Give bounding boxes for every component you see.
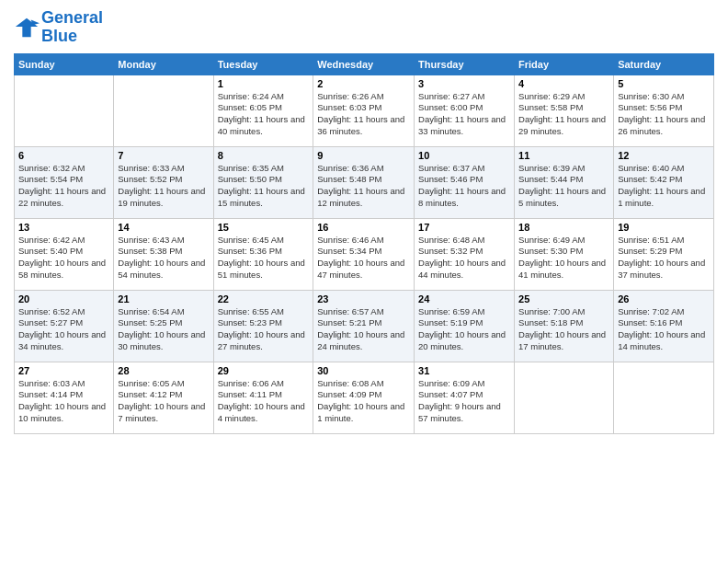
day-info: Sunrise: 6:35 AM Sunset: 5:50 PM Dayligh… <box>218 163 310 210</box>
day-info: Sunrise: 6:45 AM Sunset: 5:36 PM Dayligh… <box>218 235 310 282</box>
calendar-cell: 18Sunrise: 6:49 AM Sunset: 5:30 PM Dayli… <box>515 218 614 290</box>
logo: General Blue <box>14 9 103 46</box>
calendar-week-row: 20Sunrise: 6:52 AM Sunset: 5:27 PM Dayli… <box>15 290 714 362</box>
calendar-cell: 26Sunrise: 7:02 AM Sunset: 5:16 PM Dayli… <box>614 290 714 362</box>
day-info: Sunrise: 6:08 AM Sunset: 4:09 PM Dayligh… <box>317 378 410 425</box>
calendar-cell: 6Sunrise: 6:32 AM Sunset: 5:54 PM Daylig… <box>15 146 114 218</box>
day-info: Sunrise: 6:37 AM Sunset: 5:46 PM Dayligh… <box>418 163 510 210</box>
day-info: Sunrise: 7:02 AM Sunset: 5:16 PM Dayligh… <box>618 306 710 353</box>
calendar-cell: 22Sunrise: 6:55 AM Sunset: 5:23 PM Dayli… <box>213 290 313 362</box>
day-number: 12 <box>618 150 710 161</box>
calendar-cell: 27Sunrise: 6:03 AM Sunset: 4:14 PM Dayli… <box>15 362 114 433</box>
day-number: 22 <box>218 293 310 304</box>
calendar-cell: 3Sunrise: 6:27 AM Sunset: 6:00 PM Daylig… <box>415 75 515 146</box>
calendar-cell: 2Sunrise: 6:26 AM Sunset: 6:03 PM Daylig… <box>313 75 415 146</box>
day-info: Sunrise: 6:40 AM Sunset: 5:42 PM Dayligh… <box>618 163 710 210</box>
day-number: 19 <box>618 222 710 233</box>
header: General Blue <box>14 9 714 46</box>
col-header-monday: Monday <box>114 53 213 75</box>
calendar-week-row: 6Sunrise: 6:32 AM Sunset: 5:54 PM Daylig… <box>15 146 714 218</box>
calendar-cell: 20Sunrise: 6:52 AM Sunset: 5:27 PM Dayli… <box>15 290 114 362</box>
calendar-cell: 31Sunrise: 6:09 AM Sunset: 4:07 PM Dayli… <box>415 362 515 433</box>
col-header-wednesday: Wednesday <box>313 53 415 75</box>
calendar-cell: 11Sunrise: 6:39 AM Sunset: 5:44 PM Dayli… <box>515 146 614 218</box>
svg-marker-0 <box>16 18 38 38</box>
calendar-cell: 4Sunrise: 6:29 AM Sunset: 5:58 PM Daylig… <box>515 75 614 146</box>
day-number: 21 <box>118 293 209 304</box>
day-number: 4 <box>518 78 609 89</box>
day-number: 13 <box>18 222 109 233</box>
day-number: 8 <box>218 150 310 161</box>
calendar-cell: 30Sunrise: 6:08 AM Sunset: 4:09 PM Dayli… <box>313 362 415 433</box>
day-info: Sunrise: 7:00 AM Sunset: 5:18 PM Dayligh… <box>518 306 609 353</box>
calendar-cell: 12Sunrise: 6:40 AM Sunset: 5:42 PM Dayli… <box>614 146 714 218</box>
day-number: 28 <box>118 365 209 376</box>
day-number: 6 <box>18 150 109 161</box>
day-info: Sunrise: 6:05 AM Sunset: 4:12 PM Dayligh… <box>118 378 209 425</box>
calendar-cell <box>114 75 213 146</box>
day-number: 10 <box>418 150 510 161</box>
calendar-cell: 23Sunrise: 6:57 AM Sunset: 5:21 PM Dayli… <box>313 290 415 362</box>
day-info: Sunrise: 6:42 AM Sunset: 5:40 PM Dayligh… <box>18 235 109 282</box>
day-info: Sunrise: 6:54 AM Sunset: 5:25 PM Dayligh… <box>118 306 209 353</box>
logo-icon <box>14 15 40 40</box>
calendar-cell: 8Sunrise: 6:35 AM Sunset: 5:50 PM Daylig… <box>213 146 313 218</box>
day-number: 1 <box>218 78 310 89</box>
day-number: 9 <box>317 150 410 161</box>
day-info: Sunrise: 6:43 AM Sunset: 5:38 PM Dayligh… <box>118 235 209 282</box>
calendar-cell <box>515 362 614 433</box>
calendar-header-row: SundayMondayTuesdayWednesdayThursdayFrid… <box>15 53 714 75</box>
col-header-tuesday: Tuesday <box>213 53 313 75</box>
day-number: 18 <box>518 222 609 233</box>
day-info: Sunrise: 6:39 AM Sunset: 5:44 PM Dayligh… <box>518 163 609 210</box>
calendar-cell: 14Sunrise: 6:43 AM Sunset: 5:38 PM Dayli… <box>114 218 213 290</box>
calendar-table: SundayMondayTuesdayWednesdayThursdayFrid… <box>14 53 714 434</box>
day-number: 2 <box>317 78 410 89</box>
calendar-cell: 19Sunrise: 6:51 AM Sunset: 5:29 PM Dayli… <box>614 218 714 290</box>
day-number: 25 <box>518 293 609 304</box>
page: General Blue SundayMondayTuesdayWednesda… <box>0 0 728 563</box>
calendar-cell: 24Sunrise: 6:59 AM Sunset: 5:19 PM Dayli… <box>415 290 515 362</box>
calendar-cell <box>614 362 714 433</box>
day-number: 29 <box>218 365 310 376</box>
calendar-cell: 16Sunrise: 6:46 AM Sunset: 5:34 PM Dayli… <box>313 218 415 290</box>
day-number: 17 <box>418 222 510 233</box>
day-info: Sunrise: 6:51 AM Sunset: 5:29 PM Dayligh… <box>618 235 710 282</box>
day-info: Sunrise: 6:27 AM Sunset: 6:00 PM Dayligh… <box>418 91 510 138</box>
day-number: 20 <box>18 293 109 304</box>
day-info: Sunrise: 6:59 AM Sunset: 5:19 PM Dayligh… <box>418 306 510 353</box>
day-info: Sunrise: 6:09 AM Sunset: 4:07 PM Dayligh… <box>418 378 510 425</box>
day-info: Sunrise: 6:48 AM Sunset: 5:32 PM Dayligh… <box>418 235 510 282</box>
col-header-sunday: Sunday <box>15 53 114 75</box>
calendar-week-row: 1Sunrise: 6:24 AM Sunset: 6:05 PM Daylig… <box>15 75 714 146</box>
calendar-cell: 15Sunrise: 6:45 AM Sunset: 5:36 PM Dayli… <box>213 218 313 290</box>
day-number: 26 <box>618 293 710 304</box>
day-info: Sunrise: 6:57 AM Sunset: 5:21 PM Dayligh… <box>317 306 410 353</box>
day-info: Sunrise: 6:36 AM Sunset: 5:48 PM Dayligh… <box>317 163 410 210</box>
day-number: 16 <box>317 222 410 233</box>
day-number: 11 <box>518 150 609 161</box>
day-info: Sunrise: 6:26 AM Sunset: 6:03 PM Dayligh… <box>317 91 410 138</box>
day-info: Sunrise: 6:03 AM Sunset: 4:14 PM Dayligh… <box>18 378 109 425</box>
col-header-saturday: Saturday <box>614 53 714 75</box>
calendar-cell: 5Sunrise: 6:30 AM Sunset: 5:56 PM Daylig… <box>614 75 714 146</box>
day-info: Sunrise: 6:55 AM Sunset: 5:23 PM Dayligh… <box>218 306 310 353</box>
day-number: 14 <box>118 222 209 233</box>
day-info: Sunrise: 6:24 AM Sunset: 6:05 PM Dayligh… <box>218 91 310 138</box>
day-info: Sunrise: 6:46 AM Sunset: 5:34 PM Dayligh… <box>317 235 410 282</box>
col-header-friday: Friday <box>515 53 614 75</box>
calendar-cell: 21Sunrise: 6:54 AM Sunset: 5:25 PM Dayli… <box>114 290 213 362</box>
day-number: 24 <box>418 293 510 304</box>
calendar-cell: 28Sunrise: 6:05 AM Sunset: 4:12 PM Dayli… <box>114 362 213 433</box>
calendar-cell: 9Sunrise: 6:36 AM Sunset: 5:48 PM Daylig… <box>313 146 415 218</box>
logo-text: General Blue <box>41 9 103 46</box>
day-number: 5 <box>618 78 710 89</box>
calendar-cell: 29Sunrise: 6:06 AM Sunset: 4:11 PM Dayli… <box>213 362 313 433</box>
calendar-cell: 25Sunrise: 7:00 AM Sunset: 5:18 PM Dayli… <box>515 290 614 362</box>
day-number: 27 <box>18 365 109 376</box>
day-info: Sunrise: 6:33 AM Sunset: 5:52 PM Dayligh… <box>118 163 209 210</box>
day-number: 23 <box>317 293 410 304</box>
day-info: Sunrise: 6:49 AM Sunset: 5:30 PM Dayligh… <box>518 235 609 282</box>
calendar-cell: 17Sunrise: 6:48 AM Sunset: 5:32 PM Dayli… <box>415 218 515 290</box>
calendar-week-row: 13Sunrise: 6:42 AM Sunset: 5:40 PM Dayli… <box>15 218 714 290</box>
